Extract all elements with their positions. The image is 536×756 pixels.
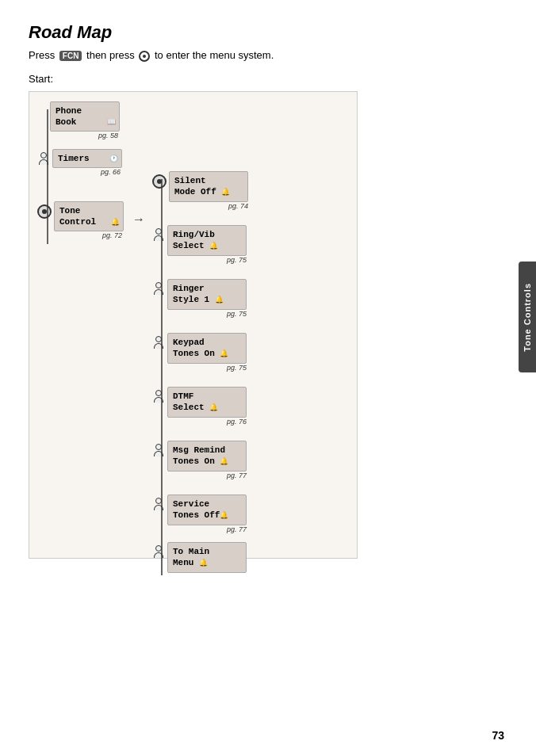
keypad-tones-item: KeypadTones On 🔔 pg. 75: [152, 333, 247, 372]
bell-keypad: 🔔: [220, 350, 228, 358]
right-connector-line: [159, 179, 165, 575]
nav-circle-icon: [139, 51, 150, 62]
subtitle-before: Press: [29, 49, 55, 61]
silent-mode-item: SilentMode Off 🔔 pg. 74: [152, 171, 248, 210]
fcn-badge: FCN: [59, 51, 82, 61]
timers-ref: pg. 66: [52, 168, 122, 176]
phone-book-ref: pg. 58: [50, 132, 120, 139]
tone-control-box: ToneControl 🔔: [54, 201, 124, 232]
dtmf-select-item: DTMFSelect 🔔 pg. 76: [152, 387, 247, 426]
dtmf-select-ref: pg. 76: [167, 418, 247, 426]
ringer-style-item: RingerStyle 1 🔔 pg. 75: [152, 279, 247, 318]
left-connector-line: [44, 109, 51, 244]
tone-control-ref: pg. 72: [54, 231, 124, 239]
to-main-menu-item: To MainMenu 🔔: [152, 542, 247, 573]
ring-vib-box: Ring/VibSelect 🔔: [167, 225, 247, 256]
msg-remind-box: Msg RemindTones On 🔔: [167, 441, 247, 472]
page-content: Road Map Press FCN then press to enter t…: [0, 0, 536, 575]
ringer-style-ref: pg. 75: [167, 310, 247, 318]
clock-icon: 🕐: [109, 155, 118, 165]
ringer-style-box: RingerStyle 1 🔔: [167, 279, 247, 310]
service-tones-ref: pg. 77: [167, 525, 247, 533]
service-tones-box: ServiceTones Off🔔: [167, 494, 247, 525]
keypad-tones-box: KeypadTones On 🔔: [167, 333, 247, 364]
start-label: Start:: [29, 73, 507, 85]
bell-main: 🔔: [199, 559, 208, 567]
ring-vib-item: Ring/VibSelect 🔔 pg. 75: [152, 225, 247, 264]
bell-msg: 🔔: [220, 458, 228, 466]
ring-vib-ref: pg. 75: [167, 256, 247, 264]
to-main-menu-box: To MainMenu 🔔: [167, 542, 247, 573]
bell-dtmf: 🔔: [209, 404, 218, 412]
msg-remind-item: Msg RemindTones On 🔔 pg. 77: [152, 441, 247, 479]
silent-mode-ref: pg. 74: [169, 202, 248, 210]
book-icon: 📖: [107, 119, 116, 128]
bell-icon-tone: 🔔: [111, 219, 120, 228]
side-tab-label: Tone Controls: [523, 283, 532, 352]
diagram-area: PhoneBook 📖 pg. 58 Timers 🕐 pg. 66: [29, 91, 358, 559]
subtitle-mid: then press: [86, 49, 135, 61]
subtitle: Press FCN then press to enter the menu s…: [29, 49, 507, 62]
timers-box: Timers 🕐: [52, 149, 122, 168]
side-tab: Tone Controls: [519, 262, 536, 372]
phone-book-item: PhoneBook 📖 pg. 58: [50, 101, 120, 140]
page-title: Road Map: [29, 22, 507, 43]
page-number: 73: [492, 729, 504, 742]
bell-service: 🔔: [220, 512, 228, 520]
arrow-icon: →: [132, 212, 145, 227]
silent-mode-box: SilentMode Off 🔔: [169, 171, 248, 202]
dtmf-select-box: DTMFSelect 🔔: [167, 387, 247, 418]
keypad-tones-ref: pg. 75: [167, 364, 247, 372]
subtitle-after: to enter the menu system.: [155, 49, 274, 61]
bell-ringer: 🔔: [215, 296, 224, 304]
phone-book-box: PhoneBook 📖: [50, 101, 120, 132]
bell-ringvib: 🔔: [209, 242, 218, 250]
msg-remind-ref: pg. 77: [167, 472, 247, 479]
service-tones-item: ServiceTones Off🔔 pg. 77: [152, 494, 247, 533]
bell-silent: 🔔: [221, 189, 230, 197]
